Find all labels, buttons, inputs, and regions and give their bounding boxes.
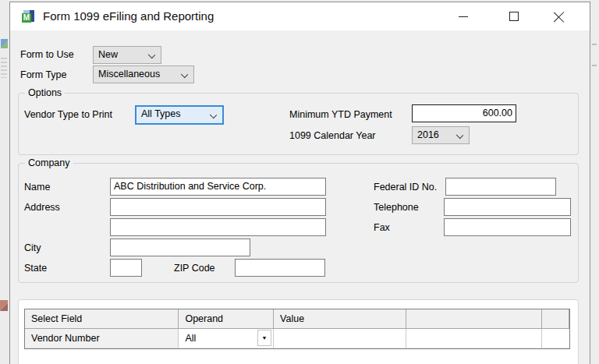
company-zip-input[interactable]: [235, 259, 325, 277]
background-window-sliver: [0, 0, 9, 364]
form-to-use-label: Form to Use: [20, 49, 74, 60]
window-title: Form 1099 eFiling and Reporting: [43, 9, 214, 23]
vendor-type-label: Vendor Type to Print: [24, 109, 112, 120]
selection-grid: Select Field Operand Value Vendor Number…: [24, 309, 570, 349]
grid-header-operand[interactable]: Operand: [179, 309, 274, 329]
options-legend: Options: [25, 87, 65, 98]
chevron-down-icon: [148, 51, 155, 58]
federal-id-input[interactable]: [445, 178, 556, 196]
titlebar[interactable]: M Form 1099 eFiling and Reporting: [10, 2, 590, 30]
company-address-label: Address: [24, 202, 60, 213]
chevron-down-icon: [181, 71, 188, 78]
calendar-year-value: 2016: [417, 129, 439, 140]
minimum-ytd-input[interactable]: 600.00: [412, 104, 516, 122]
form-type-label: Form Type: [20, 69, 67, 80]
minimize-icon: [459, 16, 468, 17]
company-name-value: ABC Distribution and Service Corp.: [114, 181, 266, 192]
company-address2-input[interactable]: [110, 218, 326, 236]
vendor-type-value: All Types: [141, 108, 181, 119]
telephone-label: Telephone: [374, 202, 419, 213]
form-to-use-value: New: [98, 49, 118, 60]
grid-header-spacer: [542, 309, 569, 329]
grid-cell-extra: [406, 329, 543, 348]
operand-dropdown-button[interactable]: ▼: [257, 330, 271, 346]
calendar-year-dropdown[interactable]: 2016: [412, 126, 470, 144]
form-to-use-dropdown[interactable]: New: [93, 46, 161, 64]
grid-header-row: Select Field Operand Value: [25, 309, 569, 329]
form-type-value: Miscellaneous: [98, 69, 160, 80]
chevron-down-icon: [456, 132, 463, 139]
maximize-icon: [509, 12, 519, 21]
grid-cell-operand[interactable]: All ▼: [179, 329, 274, 348]
background-app-icon: [1, 39, 8, 48]
form-1099-window: M Form 1099 eFiling and Reporting Form t…: [9, 2, 590, 364]
grid-cell-value[interactable]: [274, 329, 406, 348]
calendar-year-label: 1099 Calendar Year: [289, 130, 376, 141]
chevron-down-icon: [210, 111, 217, 118]
minimum-ytd-value: 600.00: [483, 108, 512, 118]
company-name-label: Name: [24, 182, 50, 193]
fax-label: Fax: [374, 222, 390, 233]
company-state-input[interactable]: [110, 259, 142, 277]
background-app-icon: [0, 300, 8, 311]
close-button[interactable]: [545, 2, 572, 30]
vendor-type-dropdown[interactable]: All Types: [135, 105, 224, 125]
telephone-input[interactable]: [444, 198, 571, 216]
company-zip-label: ZIP Code: [174, 263, 215, 274]
grid-header-extra: [406, 309, 543, 329]
background-artifact: [592, 44, 597, 45]
company-city-input[interactable]: [110, 239, 250, 256]
grid-cell-spacer: [542, 329, 569, 348]
app-logo-icon: M: [22, 10, 35, 23]
federal-id-label: Federal ID No.: [374, 182, 437, 193]
options-groupbox: Options: [18, 93, 579, 155]
minimize-button[interactable]: [450, 2, 477, 30]
grid-header-value[interactable]: Value: [274, 309, 406, 329]
fax-input[interactable]: [444, 218, 571, 236]
company-city-label: City: [24, 242, 41, 253]
grid-cell-select-field[interactable]: Vendor Number: [25, 329, 179, 348]
table-row: Vendor Number All ▼: [25, 329, 569, 348]
close-icon: [553, 11, 564, 22]
grid-header-select-field[interactable]: Select Field: [25, 309, 179, 329]
company-state-label: State: [24, 263, 47, 274]
company-legend: Company: [25, 157, 73, 168]
screenshot-root: M Form 1099 eFiling and Reporting Form t…: [0, 0, 599, 364]
company-address1-input[interactable]: [110, 198, 326, 216]
operand-value: All: [185, 333, 196, 344]
background-app-icon: [1, 58, 7, 78]
background-artifact: [592, 65, 597, 66]
minimum-ytd-label: Minimum YTD Payment: [289, 109, 392, 120]
company-name-input[interactable]: ABC Distribution and Service Corp.: [110, 178, 326, 196]
maximize-button[interactable]: [501, 2, 527, 30]
form-type-dropdown[interactable]: Miscellaneous: [93, 65, 194, 83]
